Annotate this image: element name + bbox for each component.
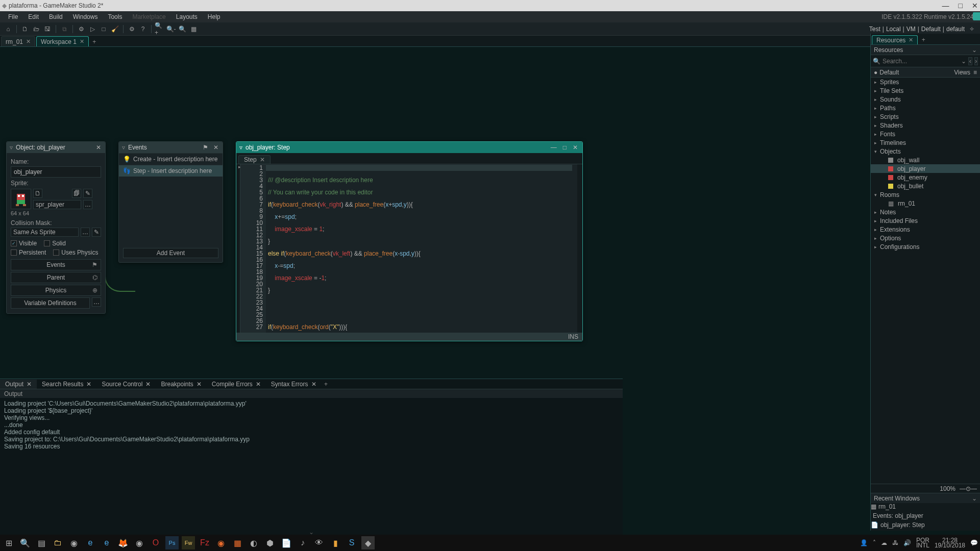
tab-close-icon[interactable]: ✕ bbox=[80, 38, 84, 45]
resize-handle[interactable]: ⌄ bbox=[0, 530, 623, 535]
gamemaker-icon[interactable]: ◆ bbox=[361, 536, 375, 549]
app-icon[interactable]: 📄 bbox=[280, 536, 293, 549]
tree-folder[interactable]: ▸Tile Sets bbox=[871, 86, 980, 95]
recent-item[interactable]: Events: obj_player bbox=[871, 512, 980, 521]
sprite-select[interactable]: spr_player bbox=[33, 200, 81, 209]
zoom-reset-icon[interactable]: 🔍 bbox=[177, 24, 187, 34]
tab-search-results[interactable]: Search Results✕ bbox=[37, 380, 96, 389]
onedrive-icon[interactable]: ☁ bbox=[881, 539, 887, 546]
notification-icon[interactable] bbox=[973, 12, 980, 20]
sprite-new-icon[interactable]: 🗋 bbox=[33, 189, 42, 198]
tree-folder[interactable]: ▸Extensions bbox=[871, 225, 980, 234]
bottom-new-tab[interactable]: + bbox=[322, 380, 331, 389]
clock[interactable]: 21:2819/10/2018 bbox=[935, 538, 965, 548]
menu-windows[interactable]: Windows bbox=[68, 11, 103, 22]
tree-folder[interactable]: ▸Included Files bbox=[871, 216, 980, 225]
tab-close-icon[interactable]: ✕ bbox=[26, 38, 31, 45]
panel-minimize-icon[interactable]: — bbox=[549, 144, 558, 151]
target-settings-icon[interactable]: ✧ bbox=[967, 24, 977, 34]
code-editor-panel[interactable]: ▿obj_player: Step—□✕ Step✕ ▸ 12345678910… bbox=[236, 141, 583, 341]
mask-dropdown-icon[interactable]: … bbox=[81, 228, 90, 237]
discord-icon[interactable]: 👁 bbox=[312, 536, 326, 549]
steam-icon[interactable]: ◉ bbox=[67, 536, 81, 549]
physics-checkbox[interactable]: Uses Physics bbox=[53, 249, 98, 256]
task-view-icon[interactable]: ▤ bbox=[35, 536, 48, 549]
persistent-checkbox[interactable]: Persistent bbox=[11, 249, 46, 256]
variables-more-icon[interactable]: … bbox=[92, 297, 101, 307]
tray-up-icon[interactable]: ˄ bbox=[873, 539, 876, 546]
tab-compile-errors[interactable]: Compile Errors✕ bbox=[207, 380, 266, 389]
search-next-icon[interactable]: › bbox=[974, 57, 978, 65]
variables-button[interactable]: Variable Definitions bbox=[11, 297, 90, 309]
save-icon[interactable]: 🖫 bbox=[42, 24, 53, 34]
physics-button[interactable]: Physics⊕ bbox=[11, 285, 101, 296]
debug-icon[interactable]: ⚙ bbox=[76, 24, 86, 34]
tree-folder[interactable]: ▸Sounds bbox=[871, 95, 980, 104]
menu-marketplace[interactable]: Marketplace bbox=[127, 11, 170, 22]
tree-folder[interactable]: ▸Configurations bbox=[871, 242, 980, 251]
panel-maximize-icon[interactable]: □ bbox=[561, 144, 568, 151]
fold-gutter[interactable]: ▸ bbox=[236, 164, 240, 333]
close-icon[interactable]: ✕ bbox=[972, 2, 978, 10]
menu-edit[interactable]: Edit bbox=[23, 11, 44, 22]
eclipse-icon[interactable]: ◐ bbox=[247, 536, 260, 549]
tree-folder[interactable]: ▸Shaders bbox=[871, 121, 980, 130]
opera-icon[interactable]: O bbox=[149, 536, 162, 549]
tree-folder[interactable]: ▾Objects bbox=[871, 147, 980, 156]
code-editor[interactable]: ▸ 12345678910111213141516171819202122232… bbox=[236, 164, 582, 333]
notifications-icon[interactable]: 💬 bbox=[970, 539, 978, 546]
tree-folder[interactable]: ▸Notes bbox=[871, 208, 980, 216]
tree-folder[interactable]: ▸Timelines bbox=[871, 138, 980, 147]
minimize-icon[interactable]: — bbox=[942, 2, 949, 10]
panel-close-icon[interactable]: ✕ bbox=[571, 144, 579, 151]
layout-icon[interactable]: ▦ bbox=[188, 24, 199, 34]
app-icon[interactable]: ⬢ bbox=[263, 536, 277, 549]
tab-output[interactable]: Output✕ bbox=[0, 380, 37, 389]
workspace[interactable]: ▿Object: obj_player✕ Name: Sprite: 🗋🗐✎ s… bbox=[0, 47, 980, 551]
tree-folder[interactable]: ▸Scripts bbox=[871, 112, 980, 121]
photoshop-icon[interactable]: Ps bbox=[165, 536, 179, 549]
search-prev-icon[interactable]: ‹ bbox=[968, 57, 972, 65]
collision-mask-select[interactable]: Same As Sprite bbox=[11, 228, 79, 237]
tab-resources[interactable]: Resources✕ bbox=[872, 35, 918, 44]
edge-icon[interactable]: e bbox=[100, 536, 113, 549]
xampp-icon[interactable]: ▦ bbox=[231, 536, 244, 549]
maximize-icon[interactable]: □ bbox=[959, 2, 963, 10]
tab-breakpoints[interactable]: Breakpoints✕ bbox=[156, 380, 206, 389]
event-step[interactable]: 👣Step - Insert description here bbox=[119, 165, 223, 177]
explorer-icon[interactable]: 🗀 bbox=[51, 536, 64, 549]
package-icon[interactable]: ⧉ bbox=[59, 24, 69, 34]
event-create[interactable]: 💡Create - Insert description here bbox=[119, 153, 223, 165]
scrollbar[interactable] bbox=[577, 164, 582, 333]
panel-close-icon[interactable]: ✕ bbox=[95, 144, 102, 151]
volume-icon[interactable]: 🔊 bbox=[903, 539, 911, 546]
fireworks-icon[interactable]: Fw bbox=[182, 536, 195, 549]
tree-folder[interactable]: ▸Paths bbox=[871, 104, 980, 112]
resource-search-input[interactable] bbox=[883, 58, 959, 65]
keyboard-lang[interactable]: PORINTL bbox=[916, 538, 929, 548]
open-icon[interactable]: 🗁 bbox=[31, 24, 41, 34]
object-editor-panel[interactable]: ▿Object: obj_player✕ Name: Sprite: 🗋🗐✎ s… bbox=[6, 141, 106, 314]
menu-build[interactable]: Build bbox=[44, 11, 68, 22]
menu-tools[interactable]: Tools bbox=[103, 11, 127, 22]
run-icon[interactable]: ▷ bbox=[87, 24, 97, 34]
tab-rm01[interactable]: rm_01✕ bbox=[1, 36, 35, 46]
tab-syntax-errors[interactable]: Syntax Errors✕ bbox=[266, 380, 322, 389]
itunes-icon[interactable]: ♪ bbox=[296, 536, 309, 549]
chevron-down-icon[interactable]: ⌄ bbox=[961, 58, 966, 65]
recent-windows-list[interactable]: ▦rm_01Events: obj_player📄obj_player: Ste… bbox=[871, 503, 980, 531]
menu-layouts[interactable]: Layouts bbox=[171, 11, 203, 22]
help-icon[interactable]: ? bbox=[138, 24, 148, 34]
tree-item[interactable]: ▦rm_01 bbox=[871, 199, 980, 208]
panel-close-icon[interactable]: ✕ bbox=[212, 144, 219, 151]
home-icon[interactable]: ⌂ bbox=[3, 24, 13, 34]
sprite-pencil-icon[interactable]: ✎ bbox=[83, 189, 92, 198]
clean-icon[interactable]: 🧹 bbox=[110, 24, 120, 34]
zoom-in-icon[interactable]: 🔍+ bbox=[155, 24, 165, 34]
resources-new-tab[interactable]: + bbox=[919, 35, 928, 44]
mask-edit-icon[interactable]: ✎ bbox=[92, 228, 101, 237]
sublime-icon[interactable]: ▮ bbox=[329, 536, 342, 549]
zoom-control[interactable]: 100%—⊙— bbox=[871, 484, 980, 493]
visible-checkbox[interactable]: ✓Visible bbox=[11, 240, 37, 247]
tab-workspace1[interactable]: Workspace 1✕ bbox=[36, 36, 89, 46]
